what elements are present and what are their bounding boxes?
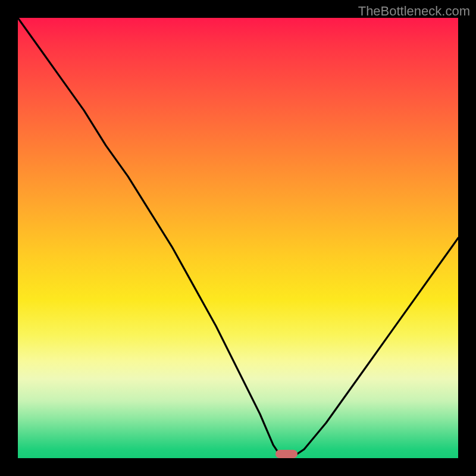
bottleneck-curve <box>18 18 458 458</box>
chart-plot-area <box>18 18 458 458</box>
watermark-text: TheBottleneck.com <box>358 4 470 19</box>
optimum-marker <box>275 450 298 458</box>
